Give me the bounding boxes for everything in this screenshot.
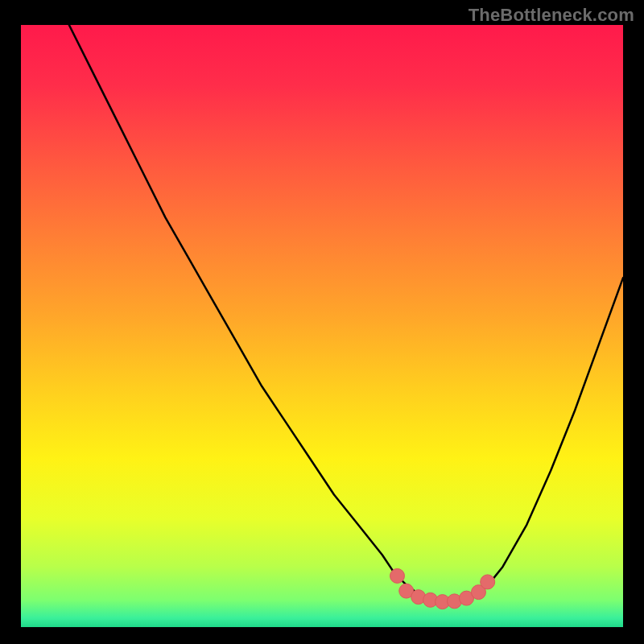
watermark-text: TheBottleneck.com bbox=[469, 5, 634, 26]
chart-svg bbox=[21, 25, 623, 627]
frame: TheBottleneck.com bbox=[0, 0, 644, 644]
bottleneck-chart bbox=[21, 25, 623, 627]
curve-marker bbox=[390, 568, 405, 583]
gradient-background bbox=[21, 25, 623, 627]
curve-marker bbox=[481, 575, 495, 589]
